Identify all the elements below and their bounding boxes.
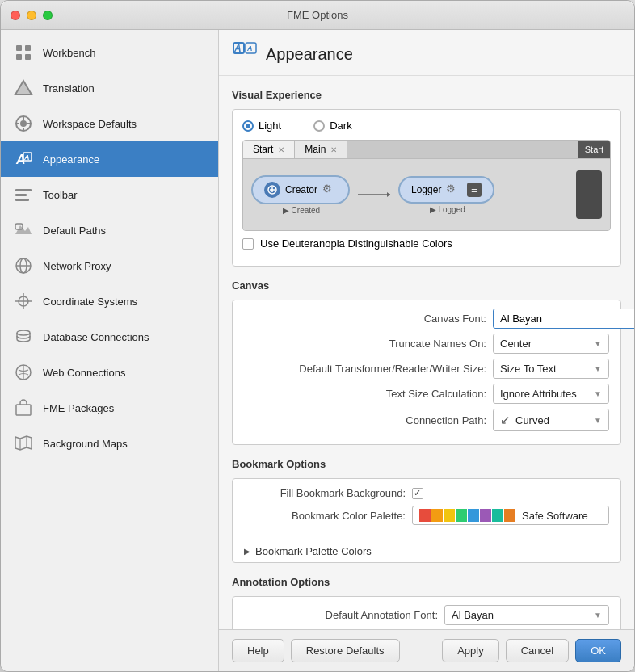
close-button[interactable] bbox=[11, 10, 20, 20]
creator-gear-icon: ⚙ bbox=[322, 183, 337, 197]
svg-rect-0 bbox=[16, 45, 22, 51]
preview-tab-main[interactable]: Main ✕ bbox=[295, 141, 347, 158]
dark-radio-option[interactable]: Dark bbox=[313, 120, 351, 132]
expander-label: Bookmark Palette Colors bbox=[255, 545, 372, 557]
footer-right: Apply Cancel OK bbox=[442, 639, 621, 662]
minimize-button[interactable] bbox=[27, 10, 36, 20]
palette-swatch-8 bbox=[504, 509, 515, 522]
palette-swatch-6 bbox=[480, 509, 491, 522]
sidebar-workspace-defaults-label: Workspace Defaults bbox=[43, 118, 137, 130]
restore-defaults-button[interactable]: Restore Defaults bbox=[291, 639, 400, 662]
light-radio-option[interactable]: Light bbox=[242, 120, 281, 132]
panel-title: Appearance bbox=[266, 45, 353, 64]
annotation-font-value: Al Bayan bbox=[452, 609, 494, 621]
svg-rect-3 bbox=[25, 54, 31, 60]
palette-swatch-4 bbox=[456, 509, 467, 522]
canvas-font-row: Canvas Font: bbox=[244, 309, 609, 329]
connector bbox=[358, 188, 390, 201]
connection-path-inner: ↙ Curved bbox=[500, 413, 549, 427]
svg-text:A: A bbox=[233, 43, 242, 54]
coordinate-systems-icon bbox=[12, 290, 35, 313]
creator-circle bbox=[264, 182, 280, 198]
expander-arrow-icon: ▶ bbox=[244, 547, 250, 556]
bookmark-section-inner: Fill Bookmark Background: Bookmark Color… bbox=[233, 479, 620, 540]
ok-button[interactable]: OK bbox=[575, 639, 621, 662]
transformer-size-label: Default Transformer/Reader/Writer Size: bbox=[244, 363, 486, 375]
svg-marker-38 bbox=[387, 192, 390, 197]
fme-packages-icon bbox=[12, 397, 35, 419]
palette-name: Safe Software bbox=[522, 510, 588, 522]
svg-rect-17 bbox=[15, 199, 29, 201]
bookmark-options-section: Bookmark Options Fill Bookmark Backgroun… bbox=[232, 458, 621, 563]
sidebar-item-workspace-defaults[interactable]: Workspace Defaults bbox=[1, 106, 218, 141]
app-window: FME Options Workbench bbox=[0, 0, 635, 672]
visual-experience-section: Visual Experience Light Dark bbox=[232, 89, 621, 267]
fill-background-checkbox[interactable] bbox=[412, 488, 423, 499]
logger-btn-menu: ☰ bbox=[467, 183, 482, 197]
canvas-title: Canvas bbox=[232, 279, 621, 292]
preview-tab-main-close[interactable]: ✕ bbox=[330, 145, 337, 154]
preview-tab-start-close[interactable]: ✕ bbox=[278, 145, 284, 154]
canvas-section: Canvas Canvas Font: Truncate Names On: C… bbox=[232, 279, 621, 445]
color-palette-display[interactable]: Safe Software bbox=[412, 506, 609, 525]
annotation-font-dropdown[interactable]: Al Bayan ▼ bbox=[444, 605, 609, 625]
sidebar-item-fme-packages[interactable]: FME Packages bbox=[1, 390, 218, 426]
sidebar-item-workbench[interactable]: Workbench bbox=[1, 35, 218, 70]
main-content: Workbench Translation bbox=[1, 30, 634, 671]
svg-text:A: A bbox=[246, 44, 253, 52]
sidebar-item-network-proxy[interactable]: Network Proxy bbox=[1, 248, 218, 284]
preview-tabs: Start ✕ Main ✕ Start bbox=[243, 141, 610, 159]
visual-experience-box: Light Dark Start bbox=[232, 109, 621, 267]
sidebar-item-background-maps[interactable]: Background Maps bbox=[1, 426, 218, 461]
connection-path-label: Connection Path: bbox=[244, 414, 486, 426]
transformer-size-value: Size To Text bbox=[500, 363, 557, 375]
truncate-names-dropdown[interactable]: Center ▼ bbox=[493, 334, 609, 354]
preview-tab-dark-start: Start bbox=[578, 141, 610, 158]
sidebar-item-web-connections[interactable]: Web Connections bbox=[1, 355, 218, 390]
sidebar-item-default-paths[interactable]: Default Paths bbox=[1, 212, 218, 248]
sidebar-coordinate-systems-label: Coordinate Systems bbox=[43, 296, 137, 308]
text-size-dropdown[interactable]: Ignore Attributes ▼ bbox=[493, 384, 609, 404]
transformer-size-dropdown[interactable]: Size To Text ▼ bbox=[493, 359, 609, 379]
sidebar-web-connections-label: Web Connections bbox=[43, 367, 125, 379]
annotation-options-box: Default Annotation Font: Al Bayan ▼ Defa… bbox=[232, 596, 621, 629]
help-button[interactable]: Help bbox=[232, 639, 284, 662]
light-radio-button[interactable] bbox=[242, 120, 254, 132]
canvas-font-input[interactable] bbox=[493, 309, 634, 329]
color-palette-label: Bookmark Color Palette: bbox=[244, 510, 406, 522]
logger-buttons: ☰ bbox=[467, 183, 482, 197]
maximize-button[interactable] bbox=[43, 10, 53, 20]
logger-gear-icon: ⚙ bbox=[446, 183, 460, 197]
window-title: FME Options bbox=[287, 9, 348, 21]
logger-transformer: Logger ⚙ ☰ ▶ Logged bbox=[398, 176, 494, 214]
preview-tab-main-label: Main bbox=[305, 144, 326, 155]
sidebar-item-translation[interactable]: Translation bbox=[1, 70, 218, 106]
annotation-options-section: Annotation Options Default Annotation Fo… bbox=[232, 576, 621, 629]
sidebar-database-connections-label: Database Connections bbox=[43, 331, 149, 343]
canvas-font-label: Canvas Font: bbox=[244, 313, 486, 325]
creator-port: ▶ Created bbox=[281, 206, 320, 215]
preview-tab-start[interactable]: Start ✕ bbox=[243, 141, 295, 158]
deuteranopia-checkbox[interactable] bbox=[242, 238, 254, 250]
truncate-names-arrow: ▼ bbox=[594, 339, 602, 348]
sidebar-item-coordinate-systems[interactable]: Coordinate Systems bbox=[1, 284, 218, 319]
visual-experience-title: Visual Experience bbox=[232, 89, 621, 101]
palette-swatch-7 bbox=[492, 509, 503, 522]
toolbar-icon bbox=[12, 183, 35, 206]
connection-path-dropdown[interactable]: ↙ Curved ▼ bbox=[493, 409, 609, 431]
connection-path-row: Connection Path: ↙ Curved ▼ bbox=[244, 409, 609, 431]
sidebar-item-database-connections[interactable]: Database Connections bbox=[1, 319, 218, 355]
annotation-font-arrow: ▼ bbox=[594, 611, 602, 620]
apply-button[interactable]: Apply bbox=[442, 639, 499, 662]
svg-rect-15 bbox=[15, 189, 32, 191]
fill-background-label: Fill Bookmark Background: bbox=[244, 487, 406, 499]
sidebar-item-appearance[interactable]: A A Appearance bbox=[1, 141, 218, 177]
color-palette-row: Bookmark Color Palette: bbox=[244, 506, 609, 525]
bookmark-palette-expander[interactable]: ▶ Bookmark Palette Colors bbox=[233, 540, 620, 562]
logger-box: Logger ⚙ ☰ bbox=[398, 176, 494, 204]
sidebar-item-toolbar[interactable]: Toolbar bbox=[1, 177, 218, 212]
palette-swatch-1 bbox=[419, 509, 431, 522]
palette-colors bbox=[419, 509, 515, 522]
dark-radio-button[interactable] bbox=[313, 120, 325, 132]
cancel-button[interactable]: Cancel bbox=[506, 639, 569, 662]
